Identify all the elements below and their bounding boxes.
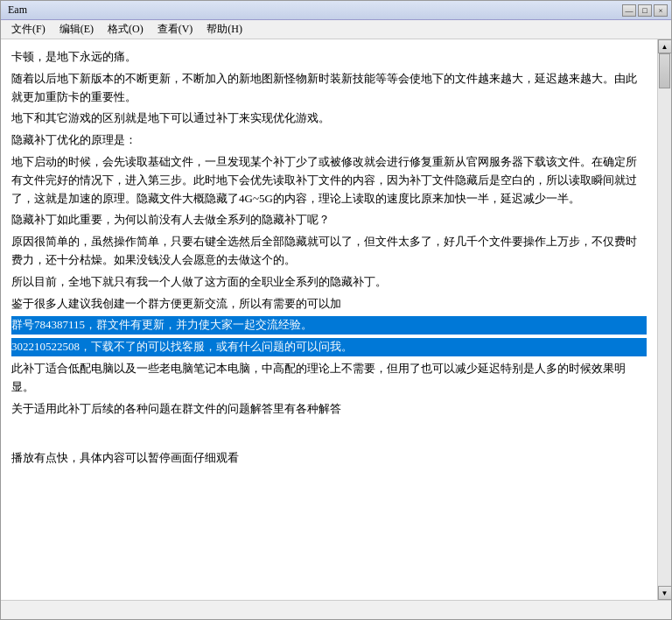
text-line: 所以目前，全地下就只有我一个人做了这方面的全职业全系列的隐藏补丁。 [11,273,647,292]
scroll-up-button[interactable]: ▲ [658,39,672,53]
text-line-highlight: 群号784387115，群文件有更新，并力使大家一起交流经验。 [11,316,647,335]
menu-edit[interactable]: 编辑(E) [52,20,101,39]
close-button[interactable]: × [654,4,668,17]
main-window: Eam — □ × 文件(F) 编辑(E) 格式(O) 查看(V) 帮助(H) … [0,0,672,620]
text-line: 隐藏补丁如此重要，为何以前没有人去做全系列的隐藏补丁呢？ [11,211,647,229]
menu-format[interactable]: 格式(O) [101,20,150,39]
text-editor[interactable]: 卡顿，是地下永远的痛。随着以后地下新版本的不断更新，不断加入的新地图新怪物新时装… [1,39,657,600]
empty-line [11,435,647,449]
text-line: 此补丁适合低配电脑以及一些老电脑笔记本电脑，中高配的理论上不需要，但用了也可以减… [11,360,647,397]
minimize-button[interactable]: — [622,4,636,17]
menu-file[interactable]: 文件(F) [4,20,52,39]
scroll-track[interactable] [658,53,671,586]
title-bar: Eam — □ × [1,1,671,20]
text-line: 随着以后地下新版本的不断更新，不断加入的新地图新怪物新时装新技能等等会使地下的文… [11,70,647,107]
status-bar [1,600,671,619]
scroll-down-button[interactable]: ▼ [658,586,672,600]
title-bar-buttons: — □ × [622,4,668,17]
menu-help[interactable]: 帮助(H) [200,20,249,39]
empty-line [11,421,647,435]
text-line: 播放有点快，具体内容可以暂停画面仔细观看 [11,449,647,468]
text-line: 鉴于很多人建议我创建一个群方便更新交流，所以有需要的可以加 [11,295,647,314]
menu-bar: 文件(F) 编辑(E) 格式(O) 查看(V) 帮助(H) [1,20,671,39]
vertical-scrollbar[interactable]: ▲ ▼ [657,39,671,600]
maximize-button[interactable]: □ [638,4,652,17]
text-line: 卡顿，是地下永远的痛。 [11,48,647,67]
text-line: 原因很简单的，虽然操作简单，只要右键全选然后全部隐藏就可以了，但文件太多了，好几… [11,233,647,270]
text-line: 隐藏补丁优化的原理是： [11,131,647,150]
text-line: 地下启动的时候，会先读取基础文件，一旦发现某个补丁少了或被修改就会进行修复重新从… [11,153,647,208]
window-title: Eam [4,4,27,17]
text-line-highlight: 302210522508，下载不了的可以找客服，或有什么问题的可以问我。 [11,338,647,356]
scroll-thumb[interactable] [659,53,670,88]
menu-view[interactable]: 查看(V) [150,20,200,39]
content-area: 卡顿，是地下永远的痛。随着以后地下新版本的不断更新，不断加入的新地图新怪物新时装… [1,39,671,600]
text-line: 关于适用此补丁后续的各种问题在群文件的问题解答里有各种解答 [11,400,647,419]
text-line: 地下和其它游戏的区别就是地下可以通过补丁来实现优化游戏。 [11,109,647,128]
